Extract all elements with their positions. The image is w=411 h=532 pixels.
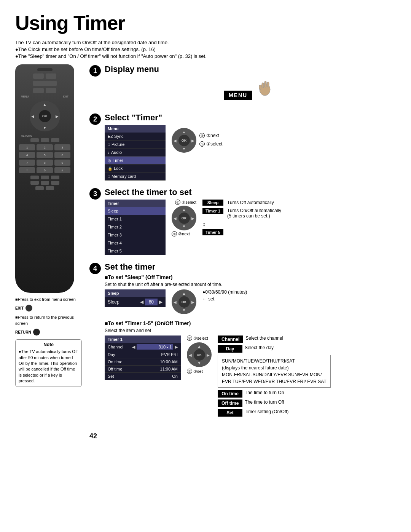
left-column: MENU EXIT ▲ ▼ ◀ ▶ OK RETURN	[15, 64, 82, 440]
menu-item-timer[interactable]: ◎ Timer	[105, 157, 166, 165]
channel-badge: Channel	[218, 335, 243, 343]
ontime-badge: On time	[218, 390, 242, 398]
numpad-9[interactable]: 9	[54, 160, 70, 166]
page-number: 42	[89, 432, 396, 440]
timer-item-sleep[interactable]: Sleep	[105, 207, 166, 215]
sleep-badge: Sleep	[202, 200, 223, 206]
set-label-cell: Set	[108, 374, 131, 379]
intro-line2: ●The Clock must be set before On time/Of…	[15, 46, 396, 52]
dpad-ok[interactable]: OK	[39, 110, 51, 122]
dpad-down[interactable]: ▼	[43, 126, 47, 130]
step3-number: 3	[89, 188, 101, 200]
timer1-ok-down: ▼	[198, 361, 201, 365]
sleep-ok-center[interactable]: OK	[178, 296, 190, 308]
timer1-sub: (5 timers can be set.)	[227, 213, 281, 219]
remote-btn-2-left[interactable]	[33, 88, 44, 93]
numpad-star[interactable]: *	[19, 167, 35, 173]
numpad-4[interactable]: 4	[19, 152, 35, 158]
sleep-setup: Sleep Sleep ◀ 60 ▶ ▲	[105, 289, 396, 314]
select-label: ①select	[206, 141, 222, 147]
sleep-left-arrow[interactable]: ◀	[140, 299, 143, 305]
remote-btn-2-right[interactable]	[46, 88, 56, 93]
timer-item-1[interactable]: Timer 1	[105, 215, 166, 223]
timer1-row-offtime[interactable]: Off time 11:00 AM	[105, 366, 181, 373]
timer-item-4[interactable]: Timer 4	[105, 239, 166, 247]
timer1-row-ontime[interactable]: On time 10:00 AM	[105, 358, 181, 366]
remote-extra-btn7[interactable]	[35, 186, 44, 190]
step3-content: Select the timer to set Timer Sleep Time…	[105, 187, 396, 255]
numpad-2[interactable]: 2	[37, 144, 53, 150]
channel-left-arrow[interactable]: ◀	[132, 345, 135, 350]
numpad-1[interactable]: 1	[19, 144, 35, 150]
dpad-right[interactable]: ▶	[56, 114, 59, 118]
ontime-value: 10:00 AM	[132, 359, 178, 364]
exit-button-circle[interactable]	[25, 305, 32, 312]
timer1-ok-dial[interactable]: ▲ ▼ ◀ ▶ OK	[187, 342, 212, 367]
remote-extra-btn8[interactable]	[46, 186, 54, 190]
step4: 4 Set the timer ■To set "Sleep" (Off Tim…	[89, 262, 396, 425]
remote-extra-btn1[interactable]	[30, 176, 39, 179]
remote-extra-btn4[interactable]	[30, 181, 39, 185]
remote-small-btn2[interactable]	[41, 138, 49, 142]
timer-item-2[interactable]: Timer 2	[105, 223, 166, 231]
menu-item-lock[interactable]: 🔒 Lock	[105, 165, 166, 173]
numpad-hash[interactable]: #	[54, 167, 70, 173]
numpad-8[interactable]: 8	[37, 160, 53, 166]
sleep-section: ■To set "Sleep" (Off Timer) Set to shut …	[105, 274, 396, 314]
timer1-setup: Timer 1 Channel ◀ 310 - 1 ▶ Day EVR FRI	[105, 335, 396, 419]
svg-rect-2	[264, 81, 266, 87]
dpad-left[interactable]: ◀	[31, 114, 34, 118]
step3-ok-dial[interactable]: ▲ ▼ ◀ ▶ OK	[172, 206, 196, 230]
timer1-row-channel[interactable]: Channel ◀ 310 - 1 ▶	[105, 343, 181, 351]
timer-item-5[interactable]: Timer 5	[105, 247, 166, 255]
menu-item-memorycard[interactable]: □ Memory card	[105, 173, 166, 181]
channel-right-arrow[interactable]: ▶	[175, 345, 178, 350]
sleep-panel-header: Sleep	[105, 289, 166, 297]
remote-btn-top-right[interactable]	[46, 73, 56, 79]
remote-numpad: 1 2 3 4 5 6 7 8 9 * 0 #	[19, 144, 70, 173]
timer1-row-day[interactable]: Day EVR FRI	[105, 351, 181, 358]
page-title: Using Timer	[15, 11, 396, 34]
step4-title: Set the timer	[105, 262, 396, 272]
ok-labels-step2: ② ②next ① ①select	[199, 133, 222, 148]
step3-ok-center[interactable]: OK	[178, 212, 190, 224]
timer1-panel: Timer 1 Channel ◀ 310 - 1 ▶ Day EVR FRI	[105, 335, 181, 380]
picture-icon: □	[108, 142, 110, 147]
timer1-ok-center[interactable]: OK	[194, 349, 205, 361]
day-desc-row: Day Select the day	[218, 345, 331, 353]
remote-extra-btn6[interactable]	[51, 181, 59, 185]
menu-item-picture[interactable]: □ Picture	[105, 141, 166, 149]
timer-item-3[interactable]: Timer 3	[105, 231, 166, 239]
numpad-5[interactable]: 5	[37, 152, 53, 158]
numpad-7[interactable]: 7	[19, 160, 35, 166]
numpad-3[interactable]: 3	[54, 144, 70, 150]
sleep-value: 60	[145, 299, 158, 305]
remote-btn-wide-1[interactable]	[33, 81, 57, 86]
remote-btn-top-left[interactable]	[33, 73, 44, 79]
timer1-row-set[interactable]: Set On	[105, 373, 181, 380]
sleep-right-arrow[interactable]: ▶	[159, 299, 162, 305]
step3-title: Select the timer to set	[105, 187, 396, 197]
step2-ok-dial[interactable]: ▲ ▼ ◀ ▶ OK	[172, 128, 196, 153]
sleep-row-label: Sleep	[108, 299, 139, 305]
remote-extra-btn2[interactable]	[41, 176, 49, 179]
remote-small-btn1[interactable]	[30, 138, 39, 142]
step1-hand-area: MENU	[105, 78, 396, 102]
menu-item-audio[interactable]: ♪ Audio	[105, 149, 166, 157]
intro-line1: The TV can automatically turn On/Off at …	[15, 40, 396, 45]
sleep-ok-dial[interactable]: ▲ ▼ ◀ ▶ OK	[172, 289, 196, 314]
dpad-up[interactable]: ▲	[43, 102, 47, 107]
return-button-circle[interactable]	[33, 329, 40, 335]
menu-item-ezsync[interactable]: EZ Sync	[105, 133, 166, 141]
step3-select-label: ① ①select	[172, 200, 196, 205]
dpad-ring[interactable]: ▲ ▼ ◀ ▶ OK	[30, 101, 60, 131]
day-options-line1: SUN/MON/TUE/WED/THU/FRI/SAT	[222, 358, 327, 364]
numpad-0[interactable]: 0	[37, 167, 53, 173]
remote-extra-btn3[interactable]	[51, 176, 59, 179]
numpad-6[interactable]: 6	[54, 152, 70, 158]
remote-small-btn3[interactable]	[51, 138, 59, 142]
ok-center[interactable]: OK	[178, 135, 190, 146]
remote-extra-btn5[interactable]	[41, 181, 49, 185]
memcard-label: Memory card	[112, 174, 136, 179]
timer15-section: ■To set "Timer 1-5" (On/Off Timer) Selec…	[105, 320, 396, 419]
